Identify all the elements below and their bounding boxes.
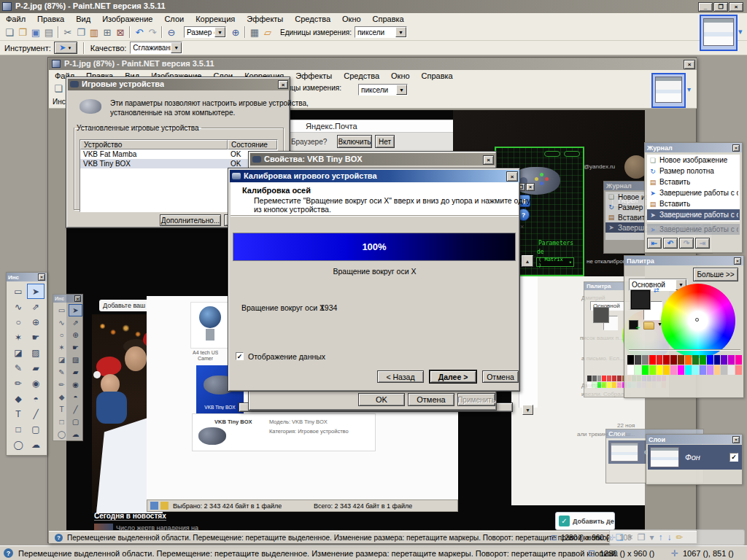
menu-item[interactable]: Изображение bbox=[96, 14, 158, 24]
back-button[interactable]: < Назад bbox=[377, 370, 424, 383]
add-color-icon[interactable]: + bbox=[629, 320, 638, 330]
move-selection-tool[interactable]: ⇗ bbox=[27, 299, 44, 314]
restore-button[interactable]: ❐ bbox=[713, 2, 728, 12]
freeform-shape-tool[interactable]: ☁ bbox=[69, 428, 82, 440]
history-item[interactable]: ↻Размер полотна bbox=[647, 166, 740, 176]
rectangle-tool[interactable]: □ bbox=[9, 421, 27, 437]
menu-item[interactable]: Эффекты bbox=[241, 14, 289, 24]
image-thumbnail-selected[interactable] bbox=[700, 15, 738, 51]
history-undo-icon[interactable]: ↶ bbox=[663, 238, 678, 249]
eraser-tool[interactable]: ▰ bbox=[69, 366, 82, 378]
column-header-device[interactable]: Устройство bbox=[80, 140, 228, 149]
eraser-tool[interactable]: ▰ bbox=[27, 360, 44, 376]
rectangle-select-tool[interactable]: ▭ bbox=[9, 284, 27, 299]
paste-icon[interactable]: ▥ bbox=[88, 26, 101, 39]
move-selection-tool[interactable]: ⇗ bbox=[69, 316, 82, 329]
palette-more-button[interactable]: Больше >> bbox=[693, 268, 738, 281]
undo-icon[interactable]: ↶ bbox=[133, 26, 146, 39]
tools-title-bar[interactable]: Инс × bbox=[53, 295, 82, 303]
ok-button[interactable]: OK bbox=[358, 393, 405, 406]
gradient-tool[interactable]: ▨ bbox=[27, 345, 44, 360]
menu-item[interactable]: Коррекция bbox=[190, 14, 241, 24]
calibration-dialog[interactable]: Калибровка игрового устройства × Калибро… bbox=[228, 168, 520, 392]
layers-title-bar[interactable]: Слои × bbox=[646, 435, 742, 444]
paint-bucket-tool[interactable]: ◪ bbox=[55, 354, 69, 366]
swap-colors-icon[interactable]: ⇄ bbox=[654, 287, 659, 294]
palette-color[interactable] bbox=[728, 355, 735, 365]
palette-color[interactable] bbox=[642, 355, 649, 365]
palette-color[interactable] bbox=[642, 365, 649, 375]
palette-color[interactable] bbox=[657, 355, 663, 365]
ellipse-tool[interactable]: ◯ bbox=[9, 437, 27, 452]
zoom-tool[interactable]: ⊕ bbox=[69, 329, 82, 341]
palette-color[interactable] bbox=[735, 365, 742, 375]
close-button[interactable]: × bbox=[278, 80, 288, 89]
menu-item[interactable]: Вид bbox=[70, 14, 96, 24]
tools-palette-ghost[interactable]: Инс × ▭➤∿⇗○⊕✶☛◪▨✎▰✏◉◆◓T╱□▢◯☁ bbox=[53, 294, 83, 441]
close-button[interactable]: × bbox=[732, 436, 740, 443]
palette-color[interactable] bbox=[612, 376, 616, 381]
close-button[interactable]: × bbox=[684, 60, 695, 69]
outer-title-bar[interactable]: P-2.jpg (87%) - Paint.NET версия 3.5.11 … bbox=[0, 0, 747, 13]
history-redo-icon[interactable]: ↷ bbox=[679, 238, 694, 249]
menu-item[interactable]: Правка bbox=[31, 14, 70, 24]
palette-color[interactable] bbox=[649, 365, 656, 375]
tools-palette[interactable]: Инс × ▭➤∿⇗○⊕✶☛◪▨✎▰✏◉◆◓T╱□▢◯☁ bbox=[6, 272, 47, 456]
separator[interactable] bbox=[129, 26, 131, 38]
column-header-status[interactable]: Состояние bbox=[228, 140, 277, 149]
move-selected-pixels-tool[interactable]: ➤ bbox=[27, 284, 44, 299]
palette-color[interactable] bbox=[607, 382, 611, 388]
combo-arrow-icon[interactable]: ▼ bbox=[396, 85, 407, 95]
palette-color[interactable] bbox=[612, 382, 616, 388]
clone-stamp-tool[interactable]: ◆ bbox=[55, 391, 69, 403]
menu-item[interactable]: Справка bbox=[367, 14, 410, 24]
palette-color[interactable] bbox=[627, 355, 634, 365]
menu-item[interactable]: Слои bbox=[158, 14, 190, 24]
history-item[interactable]: ➤Завершение работы с обла... bbox=[647, 187, 740, 198]
dialog-title-bar[interactable]: Игровые устройства × bbox=[68, 79, 290, 90]
close-button[interactable]: × bbox=[38, 273, 45, 281]
text-tool[interactable]: T bbox=[55, 403, 69, 416]
palette-color[interactable] bbox=[728, 365, 735, 375]
zoom-tool[interactable]: ⊕ bbox=[27, 314, 44, 330]
palette-color[interactable] bbox=[587, 382, 592, 388]
palette-color[interactable] bbox=[700, 365, 706, 375]
layer-row-selected[interactable]: Фон ✓ bbox=[648, 445, 742, 470]
save-icon[interactable]: ▣ bbox=[29, 26, 42, 39]
paintbrush-tool[interactable]: ✎ bbox=[9, 360, 27, 376]
units-combo[interactable]: пиксели▼ bbox=[358, 84, 408, 96]
recolor-tool[interactable]: ◓ bbox=[27, 391, 44, 406]
menu-item[interactable]: Средства bbox=[338, 71, 385, 81]
dropdown-icon[interactable]: ▼ bbox=[657, 322, 662, 327]
open-file-icon[interactable]: ❐ bbox=[16, 26, 29, 39]
zoom-size-combo[interactable]: Размер окн▼ bbox=[184, 26, 226, 38]
image-list-chevron-icon[interactable]: ▾ bbox=[687, 85, 691, 93]
color-picker-tool[interactable]: ◉ bbox=[69, 378, 82, 391]
palette-color[interactable] bbox=[602, 382, 606, 388]
menu-item[interactable]: Справка bbox=[416, 71, 459, 81]
lasso-select-tool[interactable]: ∿ bbox=[9, 299, 27, 314]
palette-color[interactable] bbox=[707, 355, 713, 365]
image-thumbnail-selected[interactable] bbox=[651, 73, 686, 108]
cancel-button[interactable]: Отмена bbox=[408, 393, 454, 406]
image-list-chevron-icon[interactable]: ▾ bbox=[738, 27, 743, 36]
grid-icon[interactable]: ▦ bbox=[248, 26, 261, 39]
palette-color[interactable] bbox=[617, 376, 622, 381]
cut-icon[interactable]: ✂ bbox=[61, 26, 74, 39]
copy-icon[interactable]: ❐ bbox=[74, 26, 88, 39]
inner-title-bar[interactable]: P-1.jpg (87%) - Paint.NET версия 3.5.11 … bbox=[49, 58, 697, 70]
history-end-icon[interactable]: ⇥ bbox=[695, 238, 710, 249]
history-item[interactable]: ❏Новое изображение bbox=[647, 155, 740, 166]
palette-color[interactable] bbox=[700, 355, 706, 365]
history-item[interactable]: ▤Вставить bbox=[647, 198, 740, 209]
palette-color[interactable] bbox=[692, 355, 699, 365]
paint-bucket-tool[interactable]: ◪ bbox=[9, 345, 27, 360]
palette-color[interactable] bbox=[627, 365, 634, 375]
line-curve-tool[interactable]: ╱ bbox=[27, 406, 44, 421]
close-button[interactable]: × bbox=[483, 155, 494, 165]
deselect-icon[interactable]: ⊠ bbox=[114, 26, 127, 39]
dialog-title-bar[interactable]: Свойства: VKB Tiny BOX × bbox=[250, 153, 496, 166]
palette-color[interactable] bbox=[602, 376, 606, 381]
palette-color[interactable] bbox=[670, 365, 677, 375]
palette-color[interactable] bbox=[649, 355, 656, 365]
